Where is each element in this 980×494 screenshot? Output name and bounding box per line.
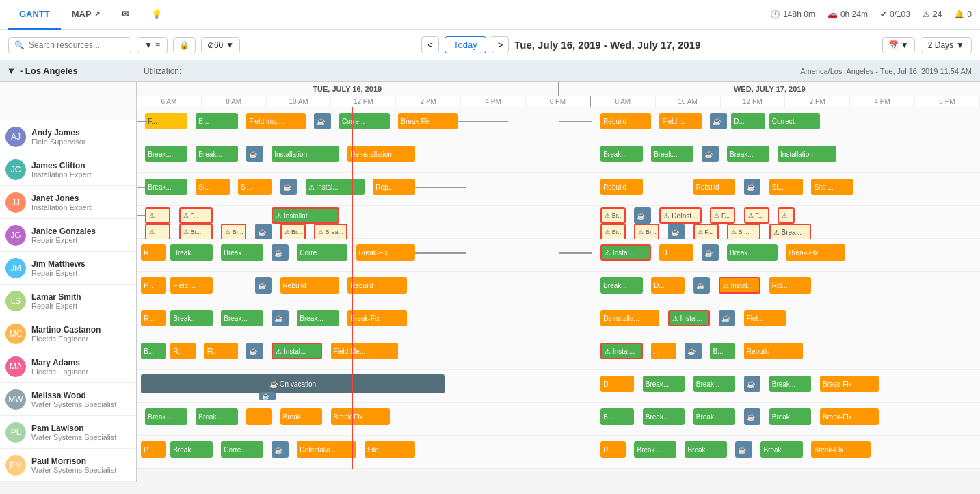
task-bar[interactable]: F... <box>145 113 187 129</box>
task-bar[interactable]: Break... <box>685 441 727 458</box>
task-bar[interactable]: Break-Flx <box>786 244 845 261</box>
calendar-button[interactable]: 📅 ▼ <box>882 37 915 53</box>
task-bar[interactable]: Corre... <box>221 441 263 458</box>
task-bar[interactable]: Break... <box>297 310 339 326</box>
task-bar[interactable]: Break... <box>769 408 812 425</box>
task-bar[interactable]: Break... <box>196 408 238 425</box>
break-bar[interactable]: ☕ <box>259 392 276 400</box>
task-bar[interactable]: B... <box>141 343 166 359</box>
task-bar[interactable]: Field ... <box>170 277 213 294</box>
task-bar[interactable]: Field Insp... <box>246 113 305 129</box>
task-bar[interactable]: DeInstalla... <box>297 441 356 458</box>
task-bar-warn[interactable]: ⚠ F... <box>710 207 735 224</box>
task-bar[interactable]: Field ... <box>659 113 702 129</box>
view-selector[interactable]: 2 Days ▼ <box>921 37 972 53</box>
task-bar[interactable]: R... <box>600 441 626 458</box>
task-bar[interactable]: B... <box>600 408 634 425</box>
task-bar[interactable]: Break... <box>196 146 238 162</box>
task-bar-warn[interactable]: ⚠ Br... <box>600 224 626 240</box>
task-bar[interactable]: Break... <box>221 310 263 326</box>
task-bar[interactable]: Break... <box>145 179 187 195</box>
task-bar-warn[interactable]: ⚠ Br... <box>280 224 306 240</box>
task-bar-warn[interactable]: ⚠ Instal... <box>272 343 322 359</box>
task-bar-warn[interactable]: ⚠ Instal... <box>600 343 643 359</box>
task-bar-warn[interactable]: ⚠ F... <box>179 207 213 224</box>
task-bar[interactable]: Break... <box>727 146 769 162</box>
task-bar-warn[interactable]: ⚠ Br... <box>600 207 626 224</box>
task-bar[interactable]: Break... <box>170 244 213 261</box>
task-bar[interactable]: Break-Flx <box>820 376 879 392</box>
task-bar[interactable]: R... <box>141 310 166 326</box>
task-bar-warn[interactable]: ⚠ F... <box>693 224 719 240</box>
task-bar[interactable]: Rebuild <box>347 277 406 294</box>
task-bar[interactable]: Break... <box>693 376 736 392</box>
task-bar-warn[interactable]: ⚠ <box>145 224 170 240</box>
break-bar[interactable]: ☕ <box>744 179 761 195</box>
resource-row[interactable]: PL Pam Lawison Water Systems Specialist <box>0 416 136 449</box>
next-arrow[interactable]: > <box>492 36 509 53</box>
task-bar-warn[interactable]: ⚠ <box>778 207 795 224</box>
task-bar-warn[interactable]: ⚠ Instal... <box>668 310 711 326</box>
break-bar[interactable]: ☕ <box>744 408 761 425</box>
lock-button[interactable]: 🔒 <box>173 37 196 53</box>
task-bar[interactable]: B... <box>196 113 238 129</box>
task-bar[interactable]: Break... <box>145 146 187 162</box>
break-bar[interactable]: ☕ <box>744 376 761 392</box>
task-bar[interactable]: Correct... <box>769 113 820 129</box>
break-bar[interactable]: ☕ <box>693 277 711 294</box>
task-bar-warn[interactable]: ⚠ Br... <box>221 224 246 240</box>
task-bar[interactable]: Break... <box>170 310 213 326</box>
task-bar-warn[interactable]: ⚠ Installati... <box>272 207 339 224</box>
break-bar[interactable]: ☕ <box>280 179 297 195</box>
tab-gantt[interactable]: GANTT <box>8 0 61 30</box>
task-bar-warn[interactable]: ⚠ Br... <box>634 224 659 240</box>
task-bar[interactable]: Break... <box>221 244 263 261</box>
task-bar[interactable]: DeInstallation <box>347 146 415 162</box>
task-bar[interactable]: Site ... <box>811 179 853 195</box>
task-bar-warn[interactable]: ⚠ Brea... <box>314 224 347 240</box>
tab-lightbulb[interactable]: 💡 <box>140 0 173 30</box>
task-bar[interactable]: Break... <box>760 441 803 458</box>
resource-row[interactable]: JC James Clifton Installation Expert <box>0 153 136 186</box>
task-bar[interactable]: Break... <box>145 408 187 425</box>
break-bar[interactable]: ☕ <box>685 343 702 359</box>
task-bar[interactable]: Break... <box>170 441 213 458</box>
task-bar[interactable]: Break... <box>600 277 643 294</box>
task-bar[interactable]: R... <box>141 244 166 261</box>
task-bar-warn[interactable]: ⚠ Instal... <box>719 277 761 294</box>
task-bar[interactable]: ⚠ Instal... <box>306 179 365 195</box>
search-box[interactable]: 🔍 <box>8 37 131 53</box>
tab-email[interactable]: ✉ <box>111 0 140 30</box>
task-bar[interactable]: R... <box>170 343 196 359</box>
task-bar[interactable]: Sl... <box>238 179 272 195</box>
task-bar[interactable]: Break... <box>634 441 676 458</box>
task-bar[interactable]: Corre... <box>339 113 390 129</box>
resource-row[interactable]: AJ Andy James Field Supervisor <box>0 120 136 153</box>
task-bar[interactable]: P... <box>141 277 166 294</box>
tab-map[interactable]: MAP ↗ <box>61 0 111 30</box>
task-bar[interactable]: Break-Flx <box>398 113 457 129</box>
task-bar[interactable]: Rebuild <box>600 113 651 129</box>
task-bar-warn[interactable]: ⚠ <box>145 207 170 224</box>
resource-row[interactable]: JG Janice Gonzales Repair Expert <box>0 219 136 252</box>
resource-row[interactable]: LS Lamar Smith Repair Expert <box>0 285 136 317</box>
task-bar[interactable]: Break-Flx <box>356 244 415 261</box>
task-bar[interactable]: Break... <box>643 376 685 392</box>
break-bar[interactable]: ☕ <box>255 277 272 294</box>
task-bar[interactable]: Rebuild <box>600 179 643 195</box>
break-bar[interactable]: ☕ <box>719 310 736 326</box>
resource-row[interactable]: JM Jim Matthews Repair Expert <box>0 252 136 285</box>
today-button[interactable]: Today <box>445 36 486 53</box>
task-bar[interactable]: Break... <box>600 146 643 162</box>
task-bar[interactable]: Break... <box>280 408 323 425</box>
task-bar[interactable]: Sl... <box>769 179 803 195</box>
task-bar[interactable]: ... <box>246 408 272 425</box>
task-bar-warn[interactable]: ⚠ Instal... <box>600 244 651 261</box>
task-bar-warn[interactable]: ⚠ Br... <box>179 224 213 240</box>
task-bar[interactable]: B... <box>710 343 735 359</box>
task-bar[interactable]: Break-Flx <box>331 408 390 425</box>
task-bar[interactable]: Corre... <box>297 244 347 261</box>
task-bar[interactable]: D... <box>659 244 693 261</box>
break-bar[interactable]: ☕ <box>314 113 331 129</box>
resource-row[interactable]: MC Martino Castanon Electric Engineer <box>0 317 136 350</box>
